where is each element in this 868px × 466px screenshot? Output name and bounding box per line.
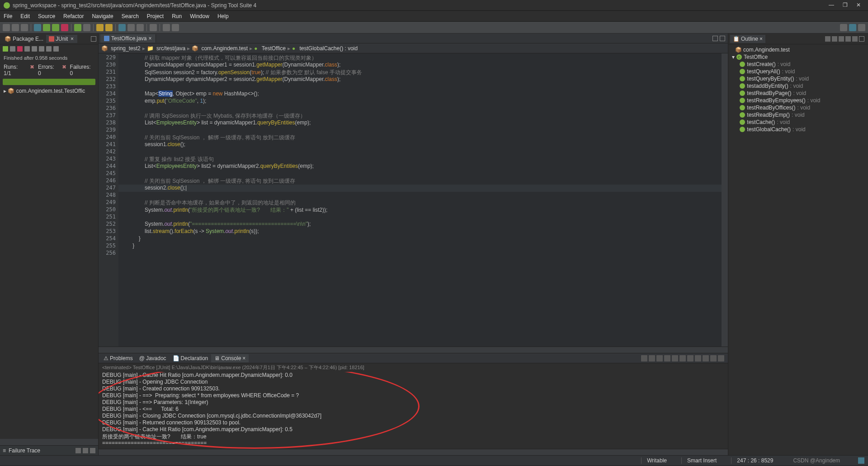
menu-navigate[interactable]: Navigate	[92, 13, 113, 19]
code-area[interactable]: // 获取 mapper 对象（代理模式，可以兼容返回当前接口的实现类对象） D…	[118, 53, 728, 347]
trace-menu-icon[interactable]	[90, 448, 95, 453]
tab-problems[interactable]: ⚠ Problems	[100, 354, 136, 362]
status-icon[interactable]	[858, 457, 864, 464]
open-type-icon[interactable]	[118, 24, 126, 31]
new-package-icon[interactable]	[105, 24, 113, 31]
rerun-failed-icon[interactable]	[10, 46, 15, 52]
outline-min-icon[interactable]	[859, 36, 864, 42]
console-open-icon[interactable]	[695, 355, 701, 361]
console-remove-icon[interactable]	[649, 355, 655, 361]
debug-perspective-icon[interactable]	[858, 24, 865, 31]
maximize-editor-icon[interactable]	[720, 36, 725, 41]
close-console-icon[interactable]: ×	[242, 355, 245, 361]
menu-help[interactable]: Help	[217, 13, 229, 19]
junit-tree[interactable]: ▸ 📦 com.Angindem.test.TestOffic	[0, 86, 98, 439]
status-insert: Smart Insert	[681, 457, 722, 464]
close-button[interactable]: ✕	[853, 2, 864, 9]
outline-hide-icon[interactable]	[839, 36, 844, 42]
outline-menu-icon[interactable]	[852, 36, 858, 42]
editor-tab-testoffice[interactable]: TestOffice.java ×	[100, 34, 156, 43]
run-last-icon[interactable]	[74, 24, 81, 31]
code-editor[interactable]: 2292302312322332342352362372382392402412…	[99, 53, 728, 347]
java-perspective-icon[interactable]	[849, 24, 856, 31]
new-class-icon[interactable]	[96, 24, 104, 31]
tab-console[interactable]: 🖥 Console ×	[211, 354, 249, 362]
tool-bar	[0, 22, 868, 33]
outline-link-icon[interactable]	[845, 36, 851, 42]
menu-run[interactable]: Run	[172, 13, 182, 19]
perspective-icon[interactable]	[840, 24, 847, 31]
rerun-icon[interactable]	[3, 46, 8, 52]
close-editor-icon[interactable]: ×	[148, 35, 151, 42]
menu-project[interactable]: Project	[147, 13, 164, 19]
console-min-icon[interactable]	[710, 355, 717, 361]
bc-package: 📦 com.Angindem.test	[192, 45, 248, 52]
junit-failures: Failures: 0	[70, 64, 94, 76]
ext-tools-icon[interactable]	[83, 24, 90, 31]
bc-project: 📦 spring_test2	[101, 45, 141, 52]
bottom-tabs: ⚠ Problems @ Javadoc 📄 Declaration 🖥 Con…	[99, 353, 728, 363]
tab-javadoc[interactable]: @ Javadoc	[136, 354, 170, 362]
outline-sort-icon[interactable]	[825, 36, 830, 42]
outline-panel: 📋 Outline × 📦 com.Angindem.test ▾ C Test…	[728, 33, 868, 455]
new-icon[interactable]	[3, 24, 10, 31]
compare-icon[interactable]	[83, 448, 88, 453]
title-bar: spring_workspace - spring_test2/src/test…	[0, 0, 868, 11]
status-writable: Writable	[641, 457, 672, 464]
minimize-editor-icon[interactable]	[712, 36, 718, 41]
console-pin-icon[interactable]	[679, 355, 686, 361]
stop-icon[interactable]	[61, 24, 68, 31]
stop-junit-icon[interactable]	[17, 46, 23, 52]
back-icon[interactable]	[163, 24, 170, 31]
menu-icon[interactable]	[53, 46, 59, 52]
collapse-icon[interactable]	[46, 46, 52, 52]
coverage-icon[interactable]	[52, 24, 59, 31]
console-display-icon[interactable]	[687, 355, 693, 361]
outline-icon[interactable]	[150, 24, 157, 31]
search-icon[interactable]	[127, 24, 135, 31]
console-removeall-icon[interactable]	[656, 355, 663, 361]
console-terminate-icon[interactable]	[641, 355, 647, 361]
filter-icon[interactable]	[75, 448, 81, 453]
history-icon[interactable]	[24, 46, 30, 52]
outline-filter-icon[interactable]	[832, 36, 837, 42]
menu-edit[interactable]: Edit	[20, 13, 30, 19]
outline-tree[interactable]: 📦 com.Angindem.test ▾ C TestOffice testC…	[728, 44, 868, 135]
console-new-icon[interactable]	[703, 355, 709, 361]
console-max-icon[interactable]	[718, 355, 724, 361]
java-file-icon	[104, 36, 109, 41]
editor-tabs: TestOffice.java ×	[99, 33, 728, 43]
app-icon	[4, 2, 10, 9]
breadcrumb[interactable]: 📦 spring_test2▸ 📁 src/test/java▸ 📦 com.A…	[99, 43, 728, 53]
forward-icon[interactable]	[172, 24, 179, 31]
center-panel: TestOffice.java × 📦 spring_test2▸ 📁 src/…	[99, 33, 728, 455]
pin-icon[interactable]	[32, 46, 37, 52]
tab-outline[interactable]: 📋 Outline ×	[730, 35, 765, 43]
menu-window[interactable]: Window	[190, 13, 209, 19]
console-scroll-icon[interactable]	[672, 355, 678, 361]
console-clear-icon[interactable]	[664, 355, 670, 361]
save-all-icon[interactable]	[21, 24, 28, 31]
close-outline-icon[interactable]: ×	[760, 36, 763, 42]
menu-file[interactable]: File	[4, 13, 12, 19]
tab-package-explorer[interactable]: 📦 Package E...	[2, 35, 46, 43]
menu-search[interactable]: Search	[122, 13, 139, 19]
toggle-icon[interactable]	[137, 24, 144, 31]
tab-junit[interactable]: JUnit ×	[46, 35, 77, 43]
debug-icon[interactable]	[34, 24, 41, 31]
editor-scrollbar-h[interactable]	[99, 347, 728, 353]
menu-refactor[interactable]: Refactor	[63, 13, 84, 19]
scroll-lock-icon[interactable]	[39, 46, 44, 52]
close-tab-icon[interactable]: ×	[69, 36, 75, 42]
editor-scrollbar-v[interactable]	[722, 53, 728, 347]
junit-errors: Errors: 0	[38, 64, 58, 76]
tab-declaration[interactable]: 📄 Declaration	[170, 354, 212, 362]
maximize-button[interactable]: ❐	[839, 2, 851, 9]
console-scrollbar-h[interactable]	[99, 449, 728, 455]
minimize-view-icon[interactable]	[91, 36, 96, 42]
console-output[interactable]: DEBUG [main] - Cache Hit Ratio [com.Angi…	[99, 372, 728, 449]
menu-source[interactable]: Source	[38, 13, 55, 19]
save-icon[interactable]	[12, 24, 19, 31]
minimize-button[interactable]: —	[826, 2, 837, 9]
run-icon[interactable]	[43, 24, 50, 31]
